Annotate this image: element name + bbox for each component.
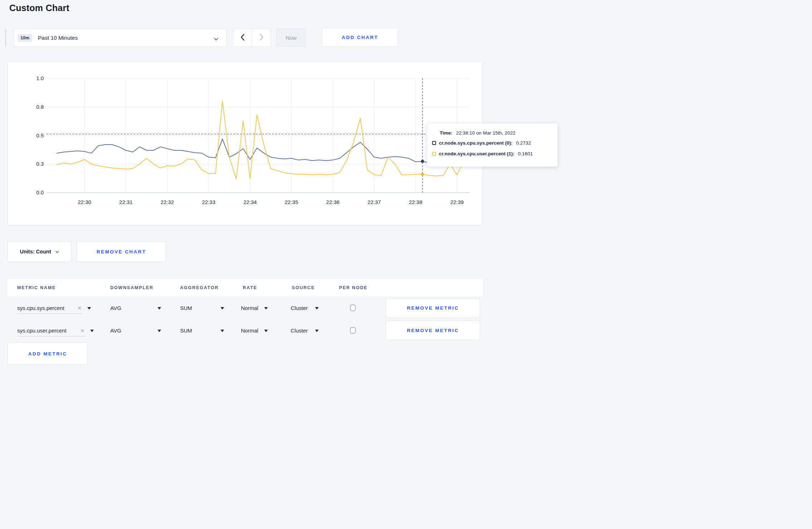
hover-point-sys: [421, 160, 424, 163]
downsampler-caret-icon[interactable]: [158, 330, 161, 332]
aggregator-caret-icon[interactable]: [221, 330, 224, 332]
source-caret-icon[interactable]: [315, 330, 319, 332]
sys-series-swatch-icon: [432, 141, 436, 145]
source-value[interactable]: Cluster: [291, 320, 308, 341]
chart-plot-area[interactable]: 0.00.30.50.81.022:3022:3122:3222:3322:34…: [8, 62, 483, 226]
chevron-right-icon: [258, 33, 264, 42]
units-select[interactable]: Units: Count: [8, 241, 72, 262]
time-nav-group: [233, 29, 271, 47]
now-button[interactable]: Now: [276, 29, 306, 47]
x-axis-label: 22:38: [409, 199, 422, 205]
header-metric-name: METRIC NAME: [17, 279, 56, 296]
hover-point-user: [421, 173, 424, 176]
tooltip-time-value: 22:38:10 on Mar 15th, 2022: [456, 130, 516, 136]
next-interval-button[interactable]: [252, 29, 271, 47]
header-downsampler: DOWNSAMPLER: [110, 279, 154, 296]
header-rate: RATE: [243, 279, 257, 296]
x-axis-label: 22:36: [326, 199, 340, 205]
per-node-checkbox[interactable]: [350, 305, 356, 311]
y-axis-label: 1.0: [36, 75, 44, 81]
time-range-label: Past 10 Minutes: [38, 35, 78, 41]
chevron-down-icon: [214, 36, 218, 42]
remove-metric-button[interactable]: REMOVE METRIC: [386, 298, 480, 318]
aggregator-caret-icon[interactable]: [221, 307, 224, 310]
downsampler-value[interactable]: AVG: [110, 298, 121, 319]
source-caret-icon[interactable]: [315, 307, 319, 310]
x-axis-label: 22:35: [285, 199, 298, 205]
time-range-select[interactable]: 10m Past 10 Minutes: [14, 29, 227, 47]
rate-caret-icon[interactable]: [264, 330, 268, 332]
downsampler-caret-icon[interactable]: [158, 307, 161, 310]
rate-caret-icon[interactable]: [264, 307, 268, 310]
tooltip-user-label: cr.node.sys.cpu.user.percent (1):: [439, 151, 514, 156]
aggregator-value[interactable]: SUM: [180, 298, 192, 319]
y-axis-label: 0.5: [36, 132, 44, 139]
x-axis-label: 22:33: [202, 199, 216, 205]
metric-row: sys.cpu.user.percent ✕ AVG SUM Normal Cl…: [0, 320, 561, 341]
prev-interval-button[interactable]: [233, 29, 252, 47]
time-range-badge: 10m: [18, 34, 32, 42]
chart-card: 0.00.30.50.81.022:3022:3122:3222:3322:34…: [8, 61, 483, 225]
chevron-down-icon: [55, 249, 59, 254]
tooltip-sys-label: cr.node.sys.cpu.sys.percent (0):: [439, 140, 513, 146]
x-axis-label: 22:37: [367, 199, 381, 205]
y-axis-label: 0.8: [36, 104, 44, 110]
user-series-swatch-icon: [432, 152, 436, 156]
rate-value[interactable]: Normal: [241, 298, 258, 319]
page-title: Custom Chart: [9, 3, 69, 13]
clear-metric-icon[interactable]: ✕: [79, 328, 85, 334]
tooltip-sys-value: 0.2732: [516, 140, 531, 146]
custom-chart-page: Custom Chart 10m Past 10 Minutes Now ADD…: [0, 0, 561, 366]
header-source: SOURCE: [292, 279, 315, 296]
y-axis-label: 0.0: [36, 189, 44, 195]
per-node-checkbox[interactable]: [350, 327, 356, 334]
x-axis-label: 22:34: [243, 199, 257, 205]
add-chart-button[interactable]: ADD CHART: [322, 28, 398, 47]
remove-metric-button[interactable]: REMOVE METRIC: [386, 321, 480, 340]
x-axis-label: 22:30: [78, 199, 91, 205]
source-value[interactable]: Cluster: [291, 298, 308, 319]
aggregator-value[interactable]: SUM: [180, 320, 192, 341]
series-line-user: [57, 101, 464, 179]
rate-value[interactable]: Normal: [241, 320, 258, 341]
metric-name-select[interactable]: sys.cpu.user.percent ✕: [17, 325, 85, 336]
tooltip-time-label: Time:: [440, 130, 453, 136]
tooltip-user-value: 0.1601: [518, 151, 533, 156]
header-per-node: PER NODE: [339, 279, 368, 296]
header-aggregator: AGGREGATOR: [180, 279, 219, 296]
clear-metric-icon[interactable]: ✕: [77, 305, 82, 311]
metric-name-select[interactable]: sys.cpu.sys.percent ✕: [17, 302, 82, 314]
chevron-left-icon: [240, 33, 246, 42]
metrics-table-header: METRIC NAME DOWNSAMPLER AGGREGATOR RATE …: [8, 279, 483, 296]
metric-row: sys.cpu.sys.percent ✕ AVG SUM Normal Clu…: [0, 298, 561, 319]
remove-chart-button[interactable]: REMOVE CHART: [77, 241, 166, 262]
add-metric-button[interactable]: ADD METRIC: [8, 343, 88, 365]
x-axis-label: 22:39: [450, 199, 464, 205]
series-line-sys: [57, 139, 464, 163]
toolbar-left-rule: [5, 29, 6, 47]
chart-tooltip: Time: 22:38:10 on Mar 15th, 2022 cr.node…: [427, 123, 558, 167]
y-axis-label: 0.3: [36, 161, 44, 167]
units-label: Units: Count: [20, 249, 51, 254]
x-axis-label: 22:32: [160, 199, 174, 205]
x-axis-label: 22:31: [119, 199, 133, 205]
metric-caret-icon[interactable]: [87, 307, 91, 310]
downsampler-value[interactable]: AVG: [110, 320, 121, 341]
metric-caret-icon[interactable]: [90, 330, 94, 332]
